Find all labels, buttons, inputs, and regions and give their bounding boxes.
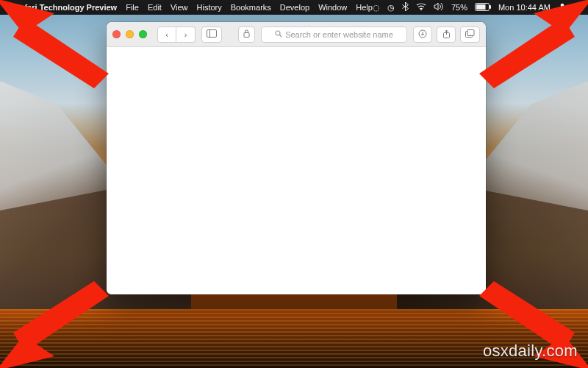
share-icon bbox=[442, 29, 451, 40]
menu-bar-right: ◌ ◷ 75% Mon 10:44 AM ◉ bbox=[373, 2, 588, 13]
volume-icon[interactable] bbox=[434, 3, 444, 12]
search-icon bbox=[275, 30, 282, 39]
svg-marker-17 bbox=[13, 18, 109, 88]
bluetooth-icon[interactable] bbox=[402, 2, 409, 13]
svg-line-11 bbox=[280, 35, 282, 37]
address-bar-placeholder: Search or enter website name bbox=[285, 30, 393, 39]
svg-rect-7 bbox=[207, 30, 217, 38]
nav-back-forward-group: ‹ › bbox=[157, 26, 196, 43]
window-toolbar: ‹ › Search or enter website name bbox=[107, 22, 486, 47]
svg-rect-9 bbox=[244, 33, 249, 38]
svg-point-10 bbox=[276, 31, 280, 35]
svg-rect-3 bbox=[490, 5, 491, 9]
watermark-text: osxdaily.com bbox=[483, 342, 578, 361]
menu-help[interactable]: Help bbox=[356, 3, 373, 12]
clock-status-icon[interactable]: ◷ bbox=[387, 4, 395, 12]
user-account-icon[interactable] bbox=[558, 2, 567, 13]
window-zoom-button[interactable] bbox=[139, 30, 147, 38]
menu-edit[interactable]: Edit bbox=[148, 3, 162, 12]
wifi-icon[interactable] bbox=[416, 3, 426, 12]
toolbar-right-group bbox=[413, 26, 480, 43]
web-content-area[interactable] bbox=[107, 47, 486, 294]
address-bar[interactable]: Search or enter website name bbox=[261, 26, 407, 43]
menu-file[interactable]: File bbox=[126, 3, 139, 12]
menu-history[interactable]: History bbox=[197, 3, 222, 12]
lock-icon bbox=[243, 29, 250, 39]
chevron-right-icon: › bbox=[184, 30, 187, 39]
menu-bar: Safari Technology Preview File Edit View… bbox=[0, 0, 588, 15]
menu-view[interactable]: View bbox=[171, 3, 188, 12]
share-button[interactable] bbox=[437, 26, 456, 43]
svg-rect-15 bbox=[467, 30, 474, 36]
back-button[interactable]: ‹ bbox=[157, 26, 176, 43]
window-close-button[interactable] bbox=[112, 30, 121, 38]
battery-icon[interactable] bbox=[475, 3, 491, 13]
privacy-lock-button[interactable] bbox=[238, 26, 255, 43]
forward-button[interactable]: › bbox=[176, 26, 196, 43]
show-tabs-button[interactable] bbox=[460, 26, 480, 43]
svg-marker-19 bbox=[479, 18, 575, 88]
window-controls bbox=[112, 30, 147, 38]
menu-bookmarks[interactable]: Bookmarks bbox=[231, 3, 271, 12]
downloads-button[interactable] bbox=[413, 26, 432, 43]
svg-point-0 bbox=[420, 9, 422, 10]
downloads-icon bbox=[418, 29, 427, 40]
app-menu[interactable]: Safari Technology Preview bbox=[15, 3, 117, 12]
siri-icon[interactable]: ◉ bbox=[574, 4, 581, 12]
loading-status-icon[interactable]: ◌ bbox=[373, 4, 380, 12]
safari-window[interactable]: ‹ › Search or enter website name bbox=[107, 22, 486, 294]
window-minimize-button[interactable] bbox=[126, 30, 134, 38]
menu-develop[interactable]: Develop bbox=[280, 3, 309, 12]
svg-point-4 bbox=[561, 4, 564, 7]
menu-bar-clock[interactable]: Mon 10:44 AM bbox=[498, 3, 551, 12]
svg-rect-2 bbox=[476, 4, 486, 10]
battery-percent[interactable]: 75% bbox=[451, 3, 467, 12]
sidebar-icon bbox=[207, 29, 217, 39]
menu-window[interactable]: Window bbox=[318, 3, 347, 12]
chevron-left-icon: ‹ bbox=[165, 30, 168, 39]
desktop: Safari Technology Preview File Edit View… bbox=[0, 0, 588, 368]
tabs-icon bbox=[465, 29, 475, 39]
sidebar-toggle-button[interactable] bbox=[201, 26, 222, 43]
menu-bar-left: Safari Technology Preview File Edit View… bbox=[6, 3, 373, 12]
